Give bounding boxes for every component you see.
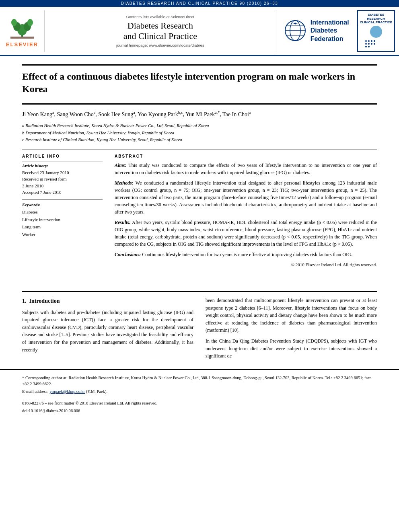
footnote-section: * Corresponding author at: Radiation Hea… bbox=[0, 369, 399, 398]
intro-two-col: 1. Introduction Subjects with diabetes a… bbox=[22, 297, 377, 363]
drcp-badge-circle-icon bbox=[370, 26, 382, 38]
drcp-badge: DIABETESRESEARCHCLINICAL PRACTICE bbox=[357, 10, 395, 52]
svg-point-5 bbox=[27, 19, 33, 26]
doi-line: doi:10.1016/j.diabres.2010.06.006 bbox=[22, 408, 377, 414]
abstract-label: ABSTRACT bbox=[115, 154, 377, 158]
svg-rect-6 bbox=[10, 37, 34, 39]
elsevier-tree-icon bbox=[8, 14, 36, 41]
journal-citation: DIABETES RESEARCH AND CLINICAL PRACTICE … bbox=[121, 1, 278, 6]
abstract-methods: Methods: We conducted a randomized lifes… bbox=[115, 179, 377, 216]
abstract-col: ABSTRACT Aims: This study was conducted … bbox=[115, 154, 377, 269]
intro-para-2: been demonstrated that multicomponent li… bbox=[206, 297, 377, 334]
title-divider-top bbox=[22, 64, 377, 66]
elsevier-logo: ELSEVIER bbox=[4, 10, 40, 52]
info-abstract-section: ARTICLE INFO Article history: Received 2… bbox=[22, 154, 377, 269]
bottom-info: 0168-8227/$ – see front matter © 2010 El… bbox=[0, 398, 399, 417]
email-line: E-mail address: ympaek@khnp.co.kr (Y.M. … bbox=[22, 388, 377, 395]
intro-right-col: been demonstrated that multicomponent li… bbox=[206, 297, 377, 363]
drcp-badge-dots-icon bbox=[364, 39, 388, 49]
article-title: Effect of a continuous diabetes lifestyl… bbox=[22, 70, 377, 97]
intro-top-rule bbox=[22, 291, 377, 292]
svg-point-4 bbox=[11, 19, 17, 26]
article-info-label: ARTICLE INFO bbox=[22, 154, 103, 158]
idf-name: International Diabetes Federation bbox=[311, 18, 349, 43]
svg-point-14 bbox=[371, 40, 372, 42]
info-abstract-divider bbox=[22, 150, 377, 150]
journal-header-bar: DIABETES RESEARCH AND CLINICAL PRACTICE … bbox=[0, 0, 399, 7]
introduction-section: 1. Introduction Subjects with diabetes a… bbox=[0, 291, 399, 363]
intro-para-3: In the China Da Qing Diabetes Prevention… bbox=[206, 337, 377, 360]
svg-point-20 bbox=[365, 46, 367, 47]
authors-block: Ji Yeon Kanga, Sang Woon Choa, Sook Hee … bbox=[22, 109, 377, 119]
article-received: Received 23 January 2010 Received in rev… bbox=[22, 169, 103, 196]
issn-line: 0168-8227/$ – see front matter © 2010 El… bbox=[22, 400, 377, 407]
abstract-conclusions: Conclusions: Continuous lifestyle interv… bbox=[115, 251, 377, 258]
intro-left-col: 1. Introduction Subjects with diabetes a… bbox=[22, 297, 193, 363]
contents-available-text: Contents lists available at ScienceDirec… bbox=[51, 14, 270, 19]
copyright-line: © 2010 Elsevier Ireland Ltd. All rights … bbox=[115, 262, 377, 267]
affiliation-c: c Research Institute of Clinical Nutriti… bbox=[22, 136, 377, 144]
affiliation-a: a Radiation Health Research Institute, K… bbox=[22, 122, 377, 129]
info-mid-rule bbox=[22, 199, 103, 199]
keywords-list: Diabetes Lifestyle intervention Long ter… bbox=[22, 208, 103, 238]
journal-info-block: Contents lists available at ScienceDirec… bbox=[44, 10, 276, 52]
svg-point-17 bbox=[368, 43, 370, 45]
idf-logo-block: International Diabetes Federation bbox=[280, 10, 353, 52]
drcp-badge-title: DIABETESRESEARCHCLINICAL PRACTICE bbox=[360, 13, 392, 25]
intro-para-1: Subjects with diabetes and pre-diabetes … bbox=[22, 309, 193, 354]
svg-point-18 bbox=[371, 43, 372, 45]
article-history-label: Article history: bbox=[22, 164, 103, 168]
journal-title: Diabetes Research and Clinical Practice bbox=[51, 21, 270, 42]
svg-point-12 bbox=[365, 40, 367, 42]
svg-point-19 bbox=[374, 43, 375, 45]
journal-header: ELSEVIER Contents lists available at Sci… bbox=[0, 7, 399, 56]
elsevier-wordmark: ELSEVIER bbox=[6, 41, 38, 47]
affiliations-block: a Radiation Health Research Institute, K… bbox=[22, 122, 377, 144]
title-divider-bottom bbox=[22, 103, 377, 105]
svg-point-16 bbox=[365, 43, 367, 45]
article-info-col: ARTICLE INFO Article history: Received 2… bbox=[22, 154, 103, 269]
article-main: Effect of a continuous diabetes lifestyl… bbox=[0, 56, 399, 285]
intro-heading: 1. Introduction bbox=[22, 297, 193, 306]
email-link[interactable]: ympaek@khnp.co.kr bbox=[49, 389, 85, 394]
abstract-results: Results: After two years, systolic blood… bbox=[115, 219, 377, 248]
keywords-label: Keywords: bbox=[22, 203, 103, 207]
idf-globe-icon bbox=[284, 20, 306, 42]
abstract-aims: Aims: This study was conducted to compar… bbox=[115, 162, 377, 176]
svg-point-21 bbox=[368, 46, 370, 47]
journal-homepage-text: journal homepage: www.elsevier.com/locat… bbox=[51, 43, 270, 47]
info-top-rule bbox=[22, 162, 103, 162]
svg-point-13 bbox=[368, 40, 370, 42]
affiliation-b: b Department of Medical Nutrition, Kyung… bbox=[22, 129, 377, 137]
svg-point-15 bbox=[374, 40, 375, 42]
corresponding-author-line: * Corresponding author at: Radiation Hea… bbox=[22, 375, 377, 388]
